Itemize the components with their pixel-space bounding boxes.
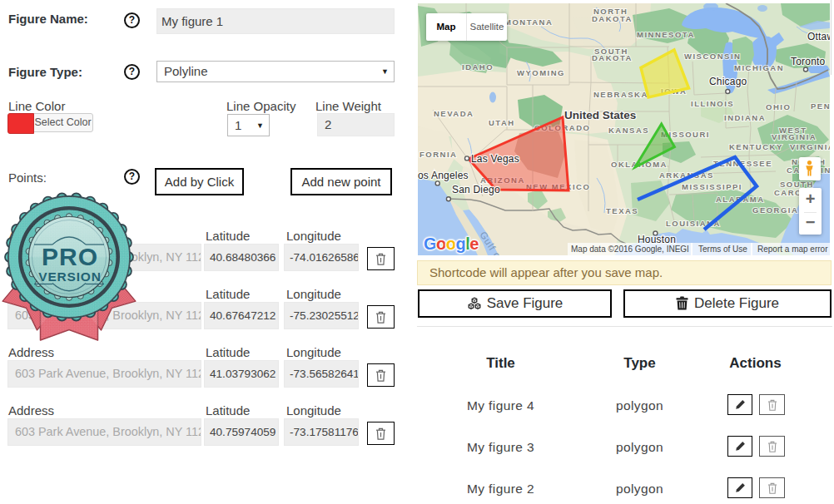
svg-text:os Angeles: os Angeles (418, 170, 469, 181)
svg-text:KENTUCKY: KENTUCKY (729, 142, 783, 151)
svg-text:Las Vegas: Las Vegas (471, 153, 519, 165)
svg-text:Toronto: Toronto (791, 56, 826, 67)
svg-text:INDIANA: INDIANA (724, 113, 766, 122)
svg-text:NEVADA: NEVADA (434, 109, 474, 118)
svg-text:NEBRASKA: NEBRASKA (593, 90, 648, 99)
svg-text:DAKOTA: DAKOTA (592, 53, 633, 62)
svg-text:DAKOTA: DAKOTA (592, 14, 633, 23)
svg-text:MONTANA: MONTANA (504, 17, 553, 27)
svg-text:IDAHO: IDAHO (462, 62, 494, 72)
svg-text:Ottawa: Ottawa (807, 31, 830, 42)
svg-text:WISCONSIN: WISCONSIN (684, 52, 741, 61)
svg-text:VIRGINIA: VIRGINIA (790, 142, 830, 151)
svg-text:UTAH: UTAH (489, 118, 515, 127)
svg-text:KANSAS: KANSAS (608, 126, 649, 135)
svg-text:TEXAS: TEXAS (606, 206, 638, 215)
svg-text:WYOMING: WYOMING (517, 68, 565, 77)
svg-text:MISSISSIPPI: MISSISSIPPI (682, 182, 742, 191)
svg-text:PRO: PRO (42, 243, 98, 270)
svg-text:United States: United States (564, 109, 636, 121)
svg-text:MINNESOTA: MINNESOTA (637, 30, 695, 39)
svg-text:MICHIGAN: MICHIGAN (734, 63, 784, 72)
svg-text:OHIO: OHIO (766, 102, 791, 111)
svg-text:GEORGIA: GEORGIA (752, 205, 798, 215)
svg-text:Chicago: Chicago (709, 76, 747, 87)
svg-text:San Diego: San Diego (452, 184, 500, 195)
svg-text:VERSION: VERSION (38, 269, 101, 284)
svg-text:PEN: PEN (811, 101, 830, 111)
svg-text:ILLINOIS: ILLINOIS (691, 99, 734, 108)
svg-text:VIRGINIA: VIRGINIA (772, 132, 817, 141)
svg-text:FORNIA: FORNIA (419, 150, 457, 159)
